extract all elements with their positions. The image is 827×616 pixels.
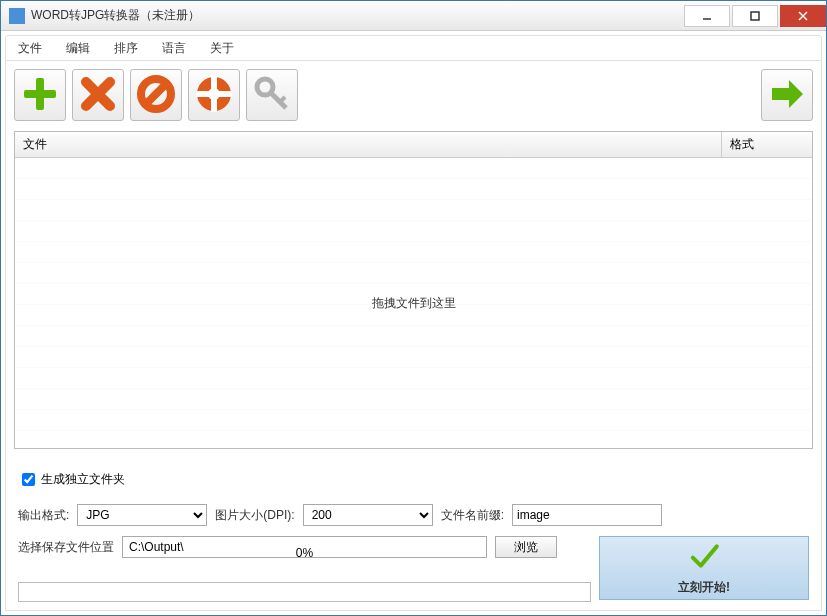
start-button-label: 立刻开始! — [678, 579, 730, 596]
file-list: 文件 格式 拖拽文件到这里 — [14, 131, 813, 449]
menu-sort[interactable]: 排序 — [114, 40, 138, 57]
prefix-input[interactable] — [512, 504, 662, 526]
dpi-select[interactable]: 200 — [303, 504, 433, 526]
toolbar — [14, 69, 813, 121]
start-button[interactable]: 立刻开始! — [599, 536, 809, 600]
svg-rect-5 — [24, 90, 56, 98]
delete-button[interactable] — [72, 69, 124, 121]
add-button[interactable] — [14, 69, 66, 121]
key-icon — [252, 74, 292, 117]
independent-folder-label: 生成独立文件夹 — [41, 471, 125, 488]
clear-icon — [136, 74, 176, 117]
svg-rect-1 — [751, 12, 759, 20]
register-button[interactable] — [246, 69, 298, 121]
maximize-button[interactable] — [732, 5, 778, 27]
content-area: 文件 格式 拖拽文件到这里 生成独立文件夹 输出格式: JPG 图片大小(DPI… — [5, 61, 822, 611]
help-button[interactable] — [188, 69, 240, 121]
menu-edit[interactable]: 编辑 — [66, 40, 90, 57]
column-format[interactable]: 格式 — [722, 132, 812, 157]
svg-line-7 — [146, 84, 166, 104]
delete-icon — [78, 74, 118, 117]
window-title: WORD转JPG转换器（未注册） — [31, 7, 684, 24]
add-icon — [20, 74, 60, 117]
arrow-right-icon — [767, 74, 807, 117]
help-icon — [194, 74, 234, 117]
output-format-select[interactable]: JPG — [77, 504, 207, 526]
svg-line-14 — [280, 97, 285, 102]
menu-language[interactable]: 语言 — [162, 40, 186, 57]
close-button[interactable] — [780, 5, 826, 27]
window-controls — [684, 5, 826, 27]
clear-button[interactable] — [130, 69, 182, 121]
file-list-header: 文件 格式 — [15, 132, 812, 158]
app-icon — [9, 8, 25, 24]
output-path-label: 选择保存文件位置 — [18, 539, 114, 556]
minimize-button[interactable] — [684, 5, 730, 27]
drop-hint-text: 拖拽文件到这里 — [372, 295, 456, 312]
menu-about[interactable]: 关于 — [210, 40, 234, 57]
independent-folder-checkbox[interactable] — [22, 473, 35, 486]
progress-area: 选择保存文件位置 浏览 0% — [18, 536, 591, 602]
column-file[interactable]: 文件 — [15, 132, 722, 157]
progress-bar — [18, 582, 591, 602]
menu-file[interactable]: 文件 — [18, 40, 42, 57]
titlebar: WORD转JPG转换器（未注册） — [1, 1, 826, 31]
prefix-label: 文件名前缀: — [441, 507, 504, 524]
output-format-label: 输出格式: — [18, 507, 69, 524]
progress-text: 0% — [296, 546, 313, 560]
dpi-label: 图片大小(DPI): — [215, 507, 294, 524]
svg-rect-11 — [196, 91, 232, 97]
options-panel: 生成独立文件夹 输出格式: JPG 图片大小(DPI): 200 文件名前缀: … — [14, 449, 813, 606]
next-button[interactable] — [761, 69, 813, 121]
main-window: WORD转JPG转换器（未注册） 文件 编辑 排序 语言 关于 — [0, 0, 827, 616]
menubar: 文件 编辑 排序 语言 关于 — [5, 35, 822, 61]
checkmark-icon — [688, 540, 720, 575]
browse-button[interactable]: 浏览 — [495, 536, 557, 558]
file-list-drop-area[interactable]: 拖拽文件到这里 — [15, 158, 812, 448]
